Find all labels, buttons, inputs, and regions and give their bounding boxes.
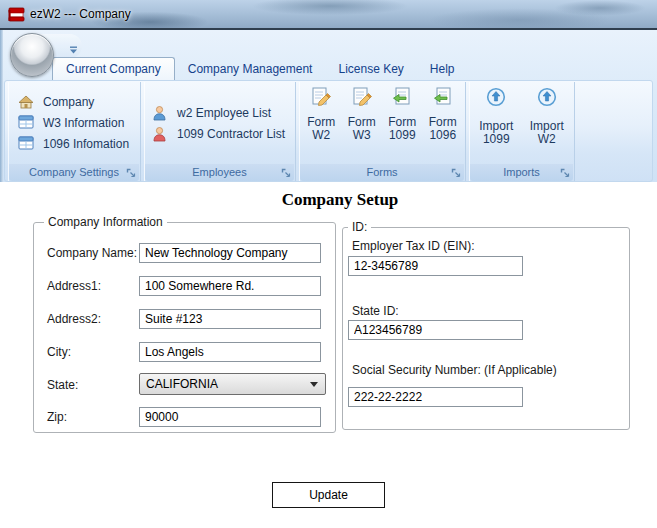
state-label: State: [47,378,78,392]
address1-label: Address1: [47,279,101,293]
groupbox-legend: Company Information [44,215,167,229]
city-label: City: [47,345,71,359]
address2-label: Address2: [47,312,101,326]
person-red-icon [152,126,168,142]
zip-input[interactable] [139,407,321,427]
group-caption-imports: Imports [470,164,573,181]
ribbon-group-imports: Import 1099 Import W2 [469,82,575,181]
company-name-label: Company Name: [47,246,137,260]
ein-input[interactable] [348,256,523,276]
ribbon-item-label: w2 Employee List [177,106,271,120]
form-grid-icon [18,136,34,152]
house-icon [18,94,34,110]
ribbon-button-form-w2[interactable]: Form W2 [307,86,335,142]
group-caption-label: Employees [192,166,246,178]
ribbon-tabs: Current Company Company Management Licen… [52,57,468,80]
import-icon [537,86,557,108]
ribbon-group-forms: Form W2 [299,82,466,181]
app-icon [8,7,26,23]
ribbon-item-w3-information[interactable]: W3 Information [8,112,140,133]
button-label-line2: W3 [353,129,371,142]
dialog-launcher-icon[interactable] [281,167,292,178]
ribbon-item-1096-information[interactable]: 1096 Infomation [8,133,140,154]
dialog-launcher-icon[interactable] [451,167,462,178]
titlebar[interactable]: ezW2 --- Company [0,0,657,30]
company-name-input[interactable] [139,243,321,263]
dialog-launcher-icon[interactable] [560,167,571,178]
button-label-line2: W2 [538,133,556,146]
tab-current-company[interactable]: Current Company [52,57,175,80]
button-label-line2: 1099 [389,129,416,142]
ribbon-button-form-1096[interactable]: Form 1096 [429,86,457,142]
button-label-line2: 1096 [429,129,456,142]
button-label-line2: W2 [312,129,330,142]
person-blue-icon [152,105,168,121]
ein-label: Employer Tax ID (EIN): [352,239,474,253]
group-caption-company-settings: Company Settings [9,164,139,181]
company-information-groupbox: Company Information Company Name: Addres… [33,222,336,433]
ribbon-button-import-w2[interactable]: Import W2 [530,86,564,146]
ribbon-item-label: Company [43,95,94,109]
ssn-label: Social Security Number: (If Applicable) [352,363,557,377]
group-caption-label: Forms [366,166,397,178]
form-edit-icon [310,86,332,108]
ssn-input[interactable] [348,387,523,407]
application-menu-button[interactable] [10,33,54,77]
ribbon-button-form-w3[interactable]: Form W3 [348,86,376,142]
id-groupbox: ID: Employer Tax ID (EIN): State ID: Soc… [342,227,630,430]
ribbon-button-form-1099[interactable]: Form 1099 [388,86,416,142]
update-button[interactable]: Update [272,482,385,508]
groupbox-legend: ID: [348,220,371,234]
import-icon [486,86,506,108]
main-content: Company Setup Company Information Compan… [0,182,657,528]
ribbon: Current Company Company Management Licen… [0,30,657,182]
chevron-down-icon [310,382,318,387]
ribbon-item-1099-contractor-list[interactable]: 1099 Contractor List [144,123,295,144]
city-input[interactable] [139,342,321,362]
quick-access-dropdown-icon[interactable] [69,41,78,50]
dialog-launcher-icon[interactable] [126,167,137,178]
ribbon-body: Company W3 Information [4,80,653,182]
page-title: Company Setup [0,190,657,210]
ribbon-group-company-settings: Company W3 Information [8,82,141,181]
state-id-label: State ID: [352,304,399,318]
group-caption-label: Imports [503,166,540,178]
address1-input[interactable] [139,276,321,296]
zip-label: Zip: [47,410,67,424]
ribbon-item-company[interactable]: Company [8,91,140,112]
group-caption-label: Company Settings [29,166,119,178]
app-window: ezW2 --- Company Current Company Company… [0,0,657,528]
button-label-line2: 1099 [483,133,510,146]
state-id-input[interactable] [348,320,523,340]
form-edit-icon [351,86,373,108]
tab-license-key[interactable]: License Key [325,57,416,80]
ribbon-item-label: 1096 Infomation [43,137,129,151]
tab-company-management[interactable]: Company Management [175,57,326,80]
form-return-icon [432,86,454,108]
tab-help[interactable]: Help [417,57,468,80]
group-caption-employees: Employees [145,164,294,181]
ribbon-item-w2-employee-list[interactable]: w2 Employee List [144,102,295,123]
form-return-icon [391,86,413,108]
group-caption-forms: Forms [300,164,464,181]
ribbon-button-import-1099[interactable]: Import 1099 [479,86,513,146]
ribbon-item-label: W3 Information [43,116,124,130]
state-dropdown-value: CALIFORNIA [146,377,218,391]
form-grid-icon [18,115,34,131]
address2-input[interactable] [139,309,321,329]
state-dropdown[interactable]: CALIFORNIA [139,373,326,395]
window-title: ezW2 --- Company [30,7,131,21]
ribbon-group-employees: w2 Employee List 1099 Contractor List [144,82,296,181]
ribbon-item-label: 1099 Contractor List [177,127,285,141]
